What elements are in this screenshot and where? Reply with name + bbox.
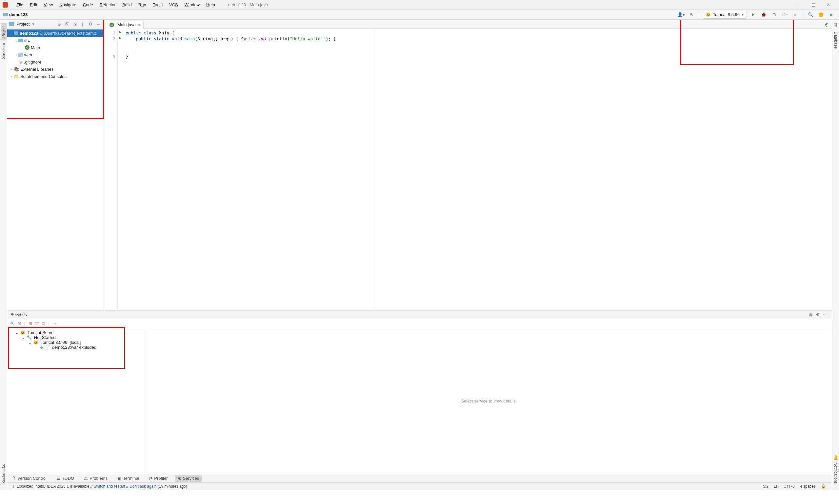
bottom-tab-todo[interactable]: ☰ TODO <box>54 475 77 482</box>
group-by-button[interactable]: ⊞ <box>29 321 32 326</box>
right-tab-notifications[interactable]: Notifications <box>833 460 839 486</box>
project-tree[interactable]: ⌄ demo123 C:\Users\a\IdeaProjects\demo ⌄… <box>7 29 104 310</box>
services-artifact-node[interactable]: ◆ ❔ demo123:war exploded <box>7 345 144 350</box>
class-icon: C <box>25 45 30 50</box>
tree-node-external-libraries[interactable]: › 📚 External Libraries <box>7 66 104 73</box>
inspection-ok-icon[interactable]: ✔ <box>825 22 828 27</box>
left-tool-stripe: Project Structure Bookmarks <box>0 20 7 490</box>
status-caret-position[interactable]: 5:2 <box>760 484 771 489</box>
menu-code[interactable]: Code <box>80 1 97 8</box>
coverage-button[interactable]: ⮌ <box>770 11 778 19</box>
tree-node-web[interactable]: › web <box>7 51 104 58</box>
run-line-icon[interactable]: ▶ <box>118 30 123 36</box>
maximize-button[interactable]: ☐ <box>808 2 819 7</box>
bottom-tab-terminal[interactable]: ▣ Terminal <box>115 475 142 482</box>
bottom-tab-services[interactable]: ◉ Services <box>175 475 202 482</box>
filter-button[interactable]: ▽ <box>35 321 39 326</box>
breadcrumb-project[interactable]: demo123 <box>9 12 28 17</box>
status-encoding[interactable]: UTF-8 <box>781 484 798 489</box>
run-line-icon[interactable]: ▶ <box>118 36 123 42</box>
bottom-tab-version-control[interactable]: ᛉ Version Control <box>11 475 49 482</box>
line-gutter: 1 2 5 <box>104 29 118 310</box>
status-dismiss-link[interactable]: Don't ask again <box>130 484 156 489</box>
services-artifact-label: demo123:war exploded <box>52 345 97 350</box>
expand-all-button[interactable]: ⇱ <box>11 321 14 326</box>
left-tab-project[interactable]: Project <box>1 23 6 40</box>
tree-node-gitignore[interactable]: 🗎 .gitignore <box>7 58 104 66</box>
right-tab-database[interactable]: Database <box>833 29 839 51</box>
editor-tabs: C Main.java × ⋮ <box>104 20 832 29</box>
select-opened-file-button[interactable]: ⊕ <box>56 22 62 26</box>
menu-refactor[interactable]: Refactor <box>97 1 119 8</box>
left-tab-structure[interactable]: Structure <box>1 40 6 61</box>
close-tab-icon[interactable]: × <box>138 22 140 27</box>
menu-view[interactable]: View <box>40 1 56 8</box>
services-instance-node[interactable]: ⌄ 🐱 Tomcat 8.5.96 [local] <box>7 340 144 345</box>
status-line-ending[interactable]: LF <box>771 484 781 489</box>
menu-navigate[interactable]: Navigate <box>56 1 79 8</box>
collapse-all-button[interactable]: ⇲ <box>71 22 78 26</box>
services-hide-button[interactable]: ─ <box>821 312 828 317</box>
menu-file[interactable]: FFileile <box>13 1 27 8</box>
tree-project-root[interactable]: ⌄ demo123 C:\Users\a\IdeaProjects\demo <box>7 30 104 37</box>
tree-node-main-class[interactable]: C Main <box>7 44 104 51</box>
menu-edit[interactable]: Edit <box>27 1 40 8</box>
status-time: (29 minutes ago) <box>158 484 187 489</box>
profile-button[interactable]: ⏱▾ <box>780 11 789 19</box>
editor-tab-main[interactable]: C Main.java × <box>106 21 143 29</box>
left-tab-bookmarks[interactable]: Bookmarks <box>1 462 6 486</box>
status-indent[interactable]: 4 spaces <box>798 484 818 489</box>
services-root-label: Tomcat Server <box>28 330 55 335</box>
main-area: Project Structure Bookmarks Project ▾ ⊕ … <box>0 20 839 490</box>
ide-tips-button[interactable]: ▶ <box>827 11 836 19</box>
navigation-bar: demo123 👤▾ ↖ 🐱 Tomcat 8.5.96 ▾ 🐞 ⮌ ⏱▾ ■ … <box>0 10 839 20</box>
minimize-button[interactable]: ─ <box>793 2 804 7</box>
expand-all-button[interactable]: ⇱ <box>64 22 70 26</box>
tree-node-src[interactable]: ⌄ src <box>7 37 104 44</box>
status-event-icon[interactable]: ▢ <box>11 484 14 489</box>
menu-vcs[interactable]: VCS <box>166 1 181 8</box>
menu-build[interactable]: Build <box>119 1 135 8</box>
open-tab-button[interactable]: ⧉ <box>42 321 45 326</box>
run-configuration-selector[interactable]: 🐱 Tomcat 8.5.96 ▾ <box>703 11 747 19</box>
tree-node-scratches[interactable]: › 📁 Scratches and Consoles <box>7 73 104 80</box>
menu-help[interactable]: Help <box>203 1 218 8</box>
divider: | <box>24 321 25 326</box>
search-everywhere-button[interactable]: 🔍 <box>806 11 815 19</box>
src-label: src <box>24 38 30 43</box>
stop-button[interactable]: ■ <box>791 11 799 19</box>
project-panel-title[interactable]: Project <box>16 22 30 26</box>
add-service-button[interactable]: ＋ <box>53 321 57 326</box>
debug-button[interactable]: 🐞 <box>759 11 768 19</box>
services-root[interactable]: ⌄ 🐱 Tomcat Server <box>7 330 144 335</box>
menu-run[interactable]: Run <box>135 1 150 8</box>
hide-button[interactable]: ─ <box>95 22 102 26</box>
chevron-down-icon: ▾ <box>742 12 744 17</box>
update-button[interactable] <box>817 11 825 19</box>
services-icon: ◉ <box>177 476 181 481</box>
status-readonly-icon[interactable]: 🔓 <box>818 484 828 489</box>
editor-tab-label: Main.java <box>117 22 136 27</box>
run-button[interactable] <box>749 11 757 19</box>
back-button[interactable]: ↖ <box>687 11 696 19</box>
chevron-down-icon[interactable]: ▾ <box>32 22 34 26</box>
collapse-all-button[interactable]: ⇲ <box>17 321 21 326</box>
gitignore-label: .gitignore <box>24 59 41 65</box>
bottom-tab-profiler[interactable]: ◔ Profiler <box>146 475 170 482</box>
services-status-label: Not Started <box>34 335 56 340</box>
status-switch-link[interactable]: Switch and restart <box>94 484 125 489</box>
services-status-node[interactable]: ⌄ 🔧 Not Started <box>7 335 144 340</box>
menu-tools[interactable]: Tools <box>150 1 166 8</box>
services-tree[interactable]: ⌄ 🐱 Tomcat Server ⌄ 🔧 Not Started ⌄ 🐱 To… <box>7 328 145 474</box>
tomcat-icon: 🐱 <box>20 330 25 335</box>
code-area[interactable]: 1 2 5 ▶ ▶ public class Main { public sta… <box>104 29 832 310</box>
services-target-button[interactable]: ⊕ <box>807 312 814 317</box>
wrench-icon: 🔧 <box>27 335 32 340</box>
close-button[interactable]: ✕ <box>823 2 834 7</box>
code-editor[interactable]: public class Main { public static void m… <box>123 29 832 310</box>
services-settings-button[interactable]: ⚙ <box>814 312 821 317</box>
settings-button[interactable]: ⚙ <box>87 22 94 26</box>
menu-window[interactable]: Window <box>181 1 203 8</box>
code-with-me-button[interactable]: 👤▾ <box>677 11 685 19</box>
bottom-tab-problems[interactable]: ⚠ Problems <box>81 475 110 482</box>
